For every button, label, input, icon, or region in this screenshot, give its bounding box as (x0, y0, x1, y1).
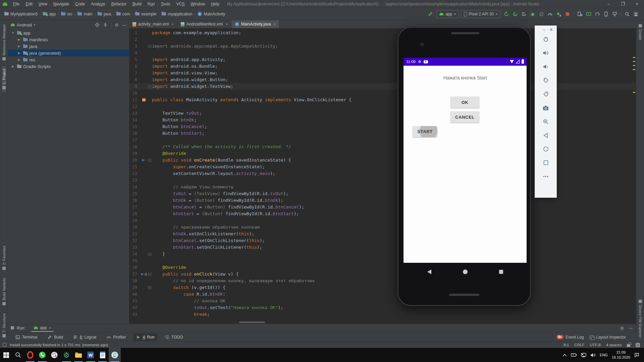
code-line[interactable]: 14 Button btnOk; (129, 117, 636, 123)
toolwindow-toggle-icon[interactable] (3, 343, 6, 347)
tree-item-java-generated-[interactable]: ▶java (generated) (8, 50, 129, 56)
avatar-icon[interactable] (632, 10, 640, 18)
apply-changes-icon[interactable]: A (511, 10, 519, 18)
emulator-close-button[interactable]: ✕ (549, 27, 553, 32)
run-config-select[interactable]: app ▾ (436, 10, 459, 18)
code-line[interactable]: 6import android.os.Bundle; (129, 63, 636, 70)
warning-stripe-mark[interactable] (633, 65, 635, 66)
taskbar-emulator-button[interactable] (109, 348, 121, 362)
close-icon[interactable]: × (226, 22, 228, 26)
language-indicator[interactable]: ENG (600, 353, 608, 357)
tree-expand-arrow[interactable]: ▶ (17, 38, 21, 41)
taskbar-file-explorer-button[interactable] (72, 348, 85, 362)
code-line[interactable]: 30 // присваиваем обработчик кнопкам (129, 224, 636, 231)
code-line[interactable]: 42 tvOut.setText("Нажата кнопка ОК"); (129, 304, 636, 311)
cancel-button[interactable]: CANCEL (450, 111, 479, 123)
minimize-button[interactable]: – (602, 0, 616, 8)
toolwindow-build[interactable]: Build (45, 334, 66, 341)
tool-stripe-2-favorites[interactable]: 2: Favorites (2, 243, 6, 273)
code-line[interactable]: 28 btnStart = (Button) findViewById(R.id… (129, 210, 636, 217)
network-icon[interactable] (581, 353, 586, 357)
code-line[interactable]: 9−import android.widget.TextView; (129, 83, 636, 90)
tray-expand-chevron-icon[interactable] (562, 354, 567, 357)
emulator-home-button[interactable] (539, 142, 552, 156)
menu-code[interactable]: Code (72, 1, 88, 7)
sdk-manager-icon[interactable] (611, 10, 619, 18)
close-icon[interactable]: × (171, 22, 173, 26)
taskbar-android-studio-button[interactable] (60, 348, 72, 362)
toolwindow-todo[interactable]: TODO (162, 334, 185, 341)
code-line[interactable]: 1package com.example.myapplication; (129, 29, 636, 36)
menu-vcs[interactable]: VCS (173, 1, 188, 7)
code-line[interactable]: 8import android.widget.Button; (129, 76, 636, 83)
menu-build[interactable]: Build (129, 1, 145, 7)
build-hammer-icon[interactable] (426, 10, 434, 18)
close-icon[interactable]: × (49, 326, 51, 330)
code-line[interactable]: 17 (129, 137, 636, 143)
emulator-rotate-left-button[interactable] (539, 73, 552, 87)
warning-stripe-mark[interactable] (633, 61, 635, 62)
notification-face-icon[interactable] (636, 343, 640, 347)
breadcrumb-myapplication[interactable]: myapplication (161, 11, 193, 17)
tree-expand-arrow[interactable]: ▶ (17, 45, 21, 48)
tool-stripe-resource-manager[interactable]: Resource Manager (2, 21, 6, 63)
code-line[interactable]: 5import android.app.Activity; (129, 56, 636, 63)
code-line[interactable]: 39− switch (v.getId()) { (129, 284, 636, 291)
project-view-selector[interactable]: Android ▾ (11, 22, 35, 27)
warning-stripe-mark[interactable] (633, 92, 635, 93)
fold-marker[interactable]: − (148, 253, 151, 256)
code-line[interactable]: 16 Button btnStart; (129, 130, 636, 137)
attach-debugger-icon[interactable] (555, 10, 563, 18)
nav-home-button[interactable] (463, 269, 468, 274)
fold-marker[interactable]: − (148, 45, 151, 48)
readonly-lock-icon[interactable] (627, 344, 630, 347)
running-devices-icon[interactable] (585, 10, 593, 18)
code-line[interactable]: 37o↑@− public void onClick(View v) { (129, 271, 636, 278)
breadcrumb-main[interactable]: main (76, 11, 93, 17)
profiler-icon[interactable] (546, 10, 554, 18)
code-area[interactable]: 1package com.example.myapplication;23−im… (129, 28, 636, 318)
emulator-more-button[interactable] (539, 170, 552, 183)
breadcrumb-myapplication5[interactable]: MyApplication5 (3, 11, 39, 17)
menu-edit[interactable]: Edit (22, 1, 36, 7)
code-line[interactable]: 25 tvOut = (TextView) findViewById(R.id.… (129, 190, 636, 197)
tree-item-res[interactable]: ▶res (8, 56, 129, 63)
code-line[interactable]: 4 (129, 50, 636, 56)
avd-manager-icon[interactable] (602, 10, 610, 18)
code-line[interactable]: 41 // кнопка ОК (129, 298, 636, 304)
code-line[interactable]: 23 (129, 177, 636, 184)
run-tasks-icon[interactable] (520, 10, 528, 18)
horizontal-scrollbar[interactable] (239, 321, 265, 323)
toolwindow-6-logcat[interactable]: 6: Logcat (70, 334, 99, 341)
breadcrumb-src[interactable]: src (60, 11, 73, 17)
emulator-back-button[interactable] (539, 128, 552, 142)
breadcrumb-app[interactable]: app (42, 11, 57, 17)
hide-panel-icon[interactable]: — (629, 326, 633, 331)
menu-help[interactable]: Help (208, 1, 222, 7)
collapse-all-icon[interactable] (103, 22, 108, 27)
hide-panel-icon[interactable]: — (122, 22, 126, 27)
ok-button[interactable]: OK (450, 97, 479, 108)
code-line[interactable]: 20o↑− public void onCreate(Bundle savedI… (129, 157, 636, 164)
code-line[interactable]: 32 btnCancel.setOnClickListener(this); (129, 237, 636, 244)
code-line[interactable]: 35 (129, 257, 636, 264)
code-line[interactable]: 27 btnCancel = (Button) findViewById(R.i… (129, 204, 636, 210)
menu-analyze[interactable]: Analyze (88, 1, 108, 7)
code-line[interactable]: 29 (129, 217, 636, 224)
taskbar-notepad-button[interactable] (97, 348, 109, 362)
code-line[interactable]: 13 TextView tvOut; (129, 110, 636, 117)
code-line[interactable]: 36 @Override (129, 264, 636, 271)
taskbar-whatsapp-button[interactable] (36, 348, 48, 362)
tool-stripe-7-structure[interactable]: 7: Structure (2, 311, 6, 340)
override-gutter-icon[interactable]: o↑@ (141, 271, 147, 278)
phone-screen[interactable]: 11:09 ⚙ Нажата кнопка Start OK CANCEL ST… (404, 58, 527, 263)
tree-item-gradle-scripts[interactable]: ▶Gradle Scripts (8, 63, 129, 70)
tool-stripe-1-project[interactable]: 1: Project (2, 66, 6, 92)
taskbar-paint-button[interactable] (48, 348, 60, 362)
fold-marker[interactable]: − (148, 159, 151, 162)
tree-expand-arrow[interactable]: ▶ (17, 58, 21, 61)
code-line[interactable]: 26 btnOk = (Button) findViewById(R.id.bt… (129, 197, 636, 204)
start-button[interactable]: START (413, 126, 437, 137)
code-line[interactable]: 31 btnOk.setOnClickListener(this); (129, 231, 636, 237)
emulator-volume-up-button[interactable] (539, 46, 552, 60)
